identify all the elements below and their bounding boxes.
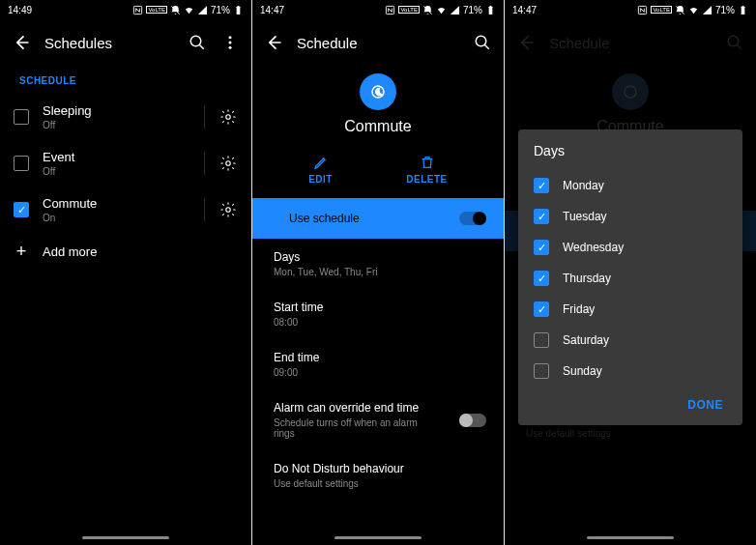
checkbox[interactable] bbox=[14, 202, 29, 217]
days-setting[interactable]: Days Mon, Tue, Wed, Thu, Fri bbox=[252, 239, 504, 289]
checkbox[interactable] bbox=[534, 363, 549, 379]
signal-icon bbox=[197, 5, 208, 15]
row-sub: Off bbox=[43, 120, 190, 130]
overflow-button[interactable] bbox=[220, 33, 240, 52]
add-more-label: Add more bbox=[43, 244, 238, 259]
dialog-title: Days bbox=[534, 143, 727, 158]
setting-value: 08:00 bbox=[274, 317, 482, 328]
settings-button[interactable] bbox=[218, 200, 238, 219]
battery-text: 71% bbox=[211, 5, 230, 15]
alarm-toggle[interactable] bbox=[459, 414, 486, 427]
moon-icon bbox=[369, 83, 387, 100]
status-time: 14:47 bbox=[260, 5, 284, 15]
status-icons: VoLTE 71% bbox=[132, 5, 244, 15]
day-saturday[interactable]: Saturday bbox=[534, 325, 727, 356]
svg-point-9 bbox=[226, 161, 231, 166]
schedule-row-commute[interactable]: Commute On bbox=[0, 186, 251, 233]
svg-point-21 bbox=[728, 36, 739, 46]
home-indicator[interactable] bbox=[82, 536, 169, 539]
checkbox[interactable] bbox=[534, 178, 549, 193]
alarm-override-setting[interactable]: Alarm can override end time Schedule tur… bbox=[252, 389, 504, 450]
nfc-icon bbox=[132, 5, 143, 15]
svg-point-10 bbox=[226, 208, 231, 213]
checkbox[interactable] bbox=[14, 156, 29, 171]
end-time-setting[interactable]: End time 09:00 bbox=[252, 339, 504, 389]
svg-rect-19 bbox=[741, 6, 745, 14]
battery-icon bbox=[485, 5, 496, 15]
wifi-icon bbox=[688, 5, 699, 15]
settings-button[interactable] bbox=[218, 107, 238, 127]
search-button bbox=[725, 33, 744, 52]
checkbox[interactable] bbox=[534, 240, 549, 255]
top-bar: Schedule bbox=[252, 19, 504, 66]
status-icons: VoLTE 71% bbox=[637, 5, 748, 15]
battery-icon bbox=[233, 5, 244, 15]
page-title: Schedule bbox=[549, 35, 712, 51]
use-schedule-row[interactable]: Use schedule bbox=[252, 198, 504, 239]
schedule-header: Commute bbox=[252, 66, 504, 143]
start-time-setting[interactable]: Start time 08:00 bbox=[252, 289, 504, 339]
day-sunday[interactable]: Sunday bbox=[534, 356, 727, 387]
day-thursday[interactable]: Thursday bbox=[534, 263, 727, 294]
arrow-left-icon bbox=[12, 33, 31, 52]
status-bar: 14:49 VoLTE 71% bbox=[0, 0, 251, 19]
back-button bbox=[516, 33, 536, 52]
page-title: Schedule bbox=[297, 35, 459, 51]
schedule-row-event[interactable]: Event Off bbox=[0, 140, 251, 186]
svg-rect-3 bbox=[238, 5, 240, 6]
edit-label: EDIT bbox=[308, 174, 333, 185]
day-friday[interactable]: Friday bbox=[534, 294, 727, 325]
wifi-icon bbox=[436, 5, 447, 15]
search-icon bbox=[474, 34, 491, 51]
day-label: Saturday bbox=[563, 333, 609, 347]
battery-text: 71% bbox=[463, 5, 482, 15]
setting-title: Do Not Disturb behaviour bbox=[274, 462, 482, 475]
search-button[interactable] bbox=[473, 33, 492, 52]
svg-point-22 bbox=[625, 86, 636, 98]
search-icon bbox=[189, 34, 206, 51]
done-button[interactable]: DONE bbox=[683, 392, 727, 417]
checkbox[interactable] bbox=[534, 301, 549, 317]
delete-action[interactable]: DELETE bbox=[406, 155, 447, 185]
section-label: SCHEDULE bbox=[0, 66, 251, 94]
nfc-icon bbox=[637, 5, 648, 15]
search-icon bbox=[726, 34, 743, 51]
edit-action[interactable]: EDIT bbox=[308, 155, 333, 185]
divider bbox=[204, 152, 205, 175]
row-sub: On bbox=[43, 213, 190, 223]
home-indicator[interactable] bbox=[334, 536, 422, 539]
top-bar: Schedule bbox=[505, 19, 756, 66]
dnd-icon bbox=[675, 5, 685, 15]
back-button[interactable] bbox=[12, 33, 31, 52]
use-schedule-toggle[interactable] bbox=[459, 212, 486, 225]
signal-icon bbox=[702, 5, 712, 15]
schedule-row-sleeping[interactable]: Sleeping Off bbox=[0, 94, 251, 140]
svg-point-6 bbox=[229, 42, 232, 44]
arrow-left-icon bbox=[516, 33, 536, 52]
dnd-behaviour-setting[interactable]: Do Not Disturb behaviour Use default set… bbox=[252, 450, 504, 501]
day-wednesday[interactable]: Wednesday bbox=[534, 232, 727, 263]
setting-title: Days bbox=[274, 250, 482, 264]
checkbox[interactable] bbox=[534, 332, 549, 348]
setting-value: Mon, Tue, Wed, Thu, Fri bbox=[274, 267, 482, 277]
arrow-left-icon bbox=[264, 33, 283, 52]
day-tuesday[interactable]: Tuesday bbox=[534, 201, 727, 232]
checkbox[interactable] bbox=[534, 209, 549, 224]
settings-button[interactable] bbox=[218, 154, 238, 173]
schedule-name: Commute bbox=[344, 118, 411, 135]
add-more-row[interactable]: + Add more bbox=[0, 233, 251, 270]
back-button[interactable] bbox=[264, 33, 283, 52]
day-monday[interactable]: Monday bbox=[534, 170, 727, 201]
search-button[interactable] bbox=[188, 33, 207, 52]
setting-sub: Use default settings bbox=[526, 428, 735, 439]
row-sub: Off bbox=[43, 166, 190, 177]
checkbox[interactable] bbox=[14, 109, 29, 125]
checkbox[interactable] bbox=[534, 271, 549, 286]
day-label: Wednesday bbox=[563, 241, 624, 254]
dialog-actions: DONE bbox=[534, 387, 727, 417]
moon-circle-icon bbox=[612, 73, 649, 110]
home-indicator[interactable] bbox=[587, 536, 674, 539]
divider bbox=[204, 198, 205, 221]
use-schedule-label: Use schedule bbox=[289, 212, 459, 225]
setting-sub: Use default settings bbox=[274, 478, 482, 489]
